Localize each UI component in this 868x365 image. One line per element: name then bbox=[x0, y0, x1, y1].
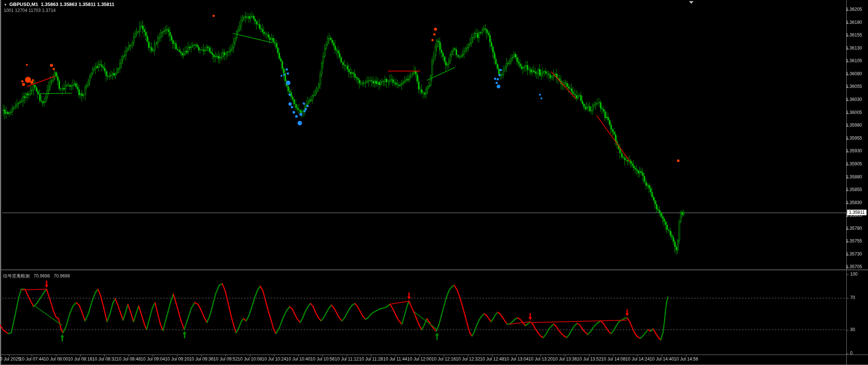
time-tick-label: 10 Jul 14:08 bbox=[601, 356, 625, 362]
price-tick-label: 1.35830 bbox=[846, 200, 862, 205]
price-tick-label: 1.35930 bbox=[846, 148, 862, 153]
time-tick-label: 10 Jul 08:32 bbox=[92, 356, 116, 362]
time-tick-label: 10 Jul 13:52 bbox=[577, 356, 601, 362]
price-tick-label: 1.36080 bbox=[846, 71, 862, 76]
price-tick-label: 1.35705 bbox=[846, 264, 862, 269]
chart-canvas[interactable] bbox=[0, 0, 868, 365]
time-tick-label: 10 Jul 09:04 bbox=[141, 356, 165, 362]
time-tick-label: 10 Jul 10:40 bbox=[286, 356, 310, 362]
time-tick-label: 10 Jul 07:44 bbox=[19, 356, 44, 362]
price-tick-label: 1.36030 bbox=[846, 97, 862, 102]
time-tick-label: 10 Jul 11:28 bbox=[359, 356, 383, 362]
osc-level-label: 70 bbox=[850, 295, 855, 300]
osc-level-label: 30 bbox=[850, 327, 855, 332]
time-tick-label: 10 Jul 13:04 bbox=[504, 356, 528, 362]
time-tick-label: 10 Jul 10:08 bbox=[238, 356, 262, 362]
time-tick-label: 10 Jul 10:56 bbox=[310, 356, 334, 362]
chart-title: ▼GBPUSD,M1 1.35863 1.35863 1.35811 1.358… bbox=[4, 1, 114, 7]
price-tick-label: 1.35905 bbox=[846, 161, 862, 166]
time-tick-label: 10 Jul 14:56 bbox=[674, 356, 698, 362]
price-tick-label: 1.36155 bbox=[846, 32, 862, 38]
price-tick-label: 1.36180 bbox=[846, 20, 862, 25]
indicator-label: 信号背离检测 70.9698 70.9698 bbox=[3, 273, 72, 279]
time-tick-label: 10 Jul 08:48 bbox=[116, 356, 141, 362]
time-tick-label: 10 Jul 10:24 bbox=[262, 356, 286, 362]
time-tick-label: 10 Jul 08:16 bbox=[68, 356, 92, 362]
price-tick-label: 1.36055 bbox=[846, 84, 862, 89]
current-price-tag: 1.35811 bbox=[847, 210, 867, 215]
time-tick-label: 10 Jul 13:20 bbox=[528, 356, 553, 362]
time-tick-label: 10 Jul 13:36 bbox=[553, 356, 577, 362]
ohlc-values: 1.35863 1.35863 1.35811 1.35811 bbox=[41, 1, 114, 7]
time-tick-label: 10 Jul 12:16 bbox=[431, 356, 456, 362]
time-tick-label: 10 Jul 08:00 bbox=[44, 356, 68, 362]
osc-level-label: 0 bbox=[850, 350, 853, 356]
time-tick-label: 10 Jul 09:20 bbox=[165, 356, 189, 362]
price-tick-label: 1.36005 bbox=[846, 110, 862, 115]
price-tick-label: 1.35730 bbox=[846, 251, 862, 257]
price-tick-label: 1.36105 bbox=[846, 58, 862, 63]
price-tick-label: 1.35980 bbox=[846, 123, 862, 128]
volume-spread-line: 1001 12704 11703 1.3714 bbox=[4, 8, 56, 13]
symbol-label: GBPUSD,M1 bbox=[9, 1, 38, 7]
time-tick-label: 10 Jul 11:12 bbox=[335, 356, 359, 362]
time-tick-label: 10 Jul 14:24 bbox=[625, 356, 650, 362]
price-tick-label: 1.35755 bbox=[846, 238, 862, 244]
time-tick-label: 10 Jul 12:48 bbox=[480, 356, 504, 362]
osc-level-label: 100 bbox=[850, 272, 858, 277]
price-tick-label: 1.36130 bbox=[846, 45, 862, 51]
price-tick-label: 1.35780 bbox=[846, 226, 862, 231]
price-tick-label: 1.36205 bbox=[846, 7, 862, 12]
time-tick-label: 10 Jul 09:52 bbox=[213, 356, 238, 362]
price-tick-label: 1.35955 bbox=[846, 136, 862, 141]
mt4-chart-window: ▼GBPUSD,M1 1.35863 1.35863 1.35811 1.358… bbox=[0, 0, 868, 365]
indicator-name: 信号背离检测 bbox=[3, 273, 30, 279]
symbol-dropdown-icon: ▼ bbox=[4, 3, 7, 7]
price-tick-label: 1.35880 bbox=[846, 174, 862, 180]
indicator-value-1: 70.9698 bbox=[34, 273, 50, 279]
time-tick-label: 10 Jul 09:36 bbox=[189, 356, 213, 362]
time-tick-label: 10 Jul 2025 bbox=[0, 356, 21, 362]
time-tick-label: 10 Jul 12:32 bbox=[456, 356, 480, 362]
time-tick-label: 10 Jul 11:44 bbox=[383, 356, 408, 362]
price-tick-label: 1.35855 bbox=[846, 187, 862, 192]
indicator-value-2: 70.9698 bbox=[54, 273, 70, 279]
time-tick-label: 10 Jul 14:40 bbox=[650, 356, 674, 362]
time-tick-label: 10 Jul 12:00 bbox=[407, 356, 431, 362]
